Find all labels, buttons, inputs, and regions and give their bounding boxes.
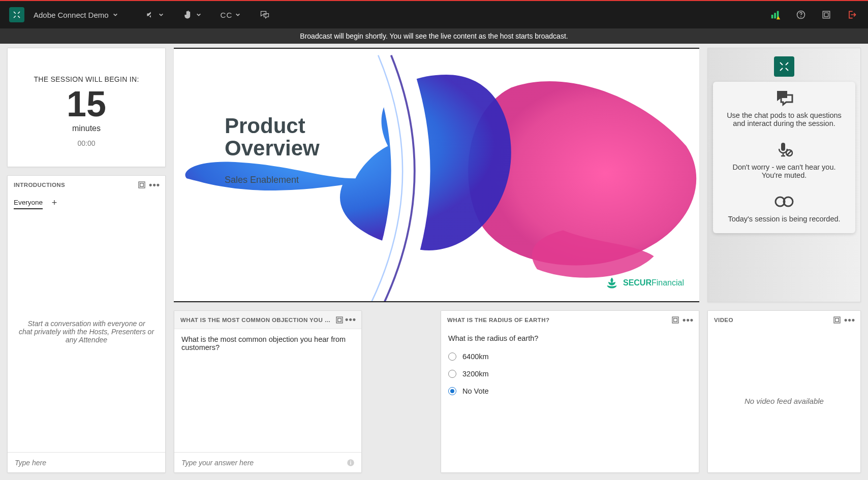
video-pod: VIDEO ••• No video feed available bbox=[707, 310, 861, 473]
svg-rect-1 bbox=[774, 13, 776, 18]
svg-point-4 bbox=[800, 16, 801, 17]
help-button[interactable] bbox=[794, 8, 808, 22]
maximize-icon bbox=[138, 181, 146, 189]
pods-menu-button[interactable] bbox=[253, 5, 277, 25]
chevron-down-icon bbox=[113, 12, 118, 17]
radio-selected-icon bbox=[448, 387, 456, 395]
svg-rect-8 bbox=[140, 183, 144, 187]
chat-icon bbox=[774, 90, 794, 106]
exit-icon bbox=[847, 10, 857, 20]
introductions-title: INTRODUCTIONS bbox=[14, 182, 65, 188]
closed-captions-button[interactable]: CC bbox=[213, 5, 248, 25]
slide-text: Product Overview Sales Enablement bbox=[225, 115, 320, 185]
pod-options-button[interactable]: ••• bbox=[681, 315, 695, 326]
maximize-pod-button[interactable] bbox=[669, 314, 681, 326]
svg-rect-5 bbox=[823, 11, 830, 18]
poll2-option-1[interactable]: 3200km bbox=[448, 370, 692, 378]
maximize-icon bbox=[671, 316, 679, 324]
info-logo bbox=[774, 56, 794, 77]
broadcast-bar: Broadcast will begin shortly. You will s… bbox=[0, 28, 868, 44]
chevron-down-icon bbox=[159, 12, 164, 17]
chat-empty-line1: Start a conversation with everyone or bbox=[16, 319, 157, 328]
connection-status-button[interactable] bbox=[768, 8, 783, 22]
maximize-pod-button[interactable] bbox=[335, 314, 344, 326]
timer-clock: 00:00 bbox=[77, 139, 95, 147]
recording-icon bbox=[774, 194, 794, 210]
maximize-icon bbox=[335, 316, 344, 324]
svg-point-17 bbox=[350, 460, 351, 461]
mic-muted-icon bbox=[774, 142, 794, 158]
info-logo-icon bbox=[778, 60, 790, 73]
svg-rect-16 bbox=[350, 462, 351, 464]
svg-rect-0 bbox=[771, 15, 773, 18]
speaker-mute-button[interactable] bbox=[138, 5, 171, 25]
chevron-down-icon bbox=[196, 12, 201, 17]
chat-empty-state: Start a conversation with everyone or ch… bbox=[8, 211, 165, 452]
poll1-answer-input[interactable] bbox=[180, 458, 342, 467]
pod-options-button[interactable]: ••• bbox=[843, 315, 856, 326]
maximize-pod-button[interactable] bbox=[136, 179, 148, 191]
fullscreen-button[interactable] bbox=[819, 8, 833, 22]
bars-warning-icon bbox=[770, 9, 781, 20]
slide-title-line1: Product bbox=[225, 114, 305, 138]
timer-value: 15 bbox=[67, 86, 106, 122]
speaker-muted-icon bbox=[145, 10, 156, 20]
chevron-down-icon bbox=[235, 12, 240, 17]
info-mute-tip: Don't worry - we can't hear you. You're … bbox=[722, 163, 846, 179]
poll2-question: What is the radius of earth? bbox=[448, 334, 692, 342]
poll2-option-0[interactable]: 6400km bbox=[448, 353, 692, 361]
help-icon bbox=[796, 10, 806, 20]
svg-rect-19 bbox=[674, 318, 677, 322]
poll2-title: WHAT IS THE RADIUS OF EARTH? bbox=[447, 317, 549, 323]
cc-label: CC bbox=[221, 11, 233, 19]
radio-icon bbox=[448, 370, 456, 378]
countdown-pod: THE SESSION WILL BEGIN IN: 15 minutes 00… bbox=[7, 48, 166, 167]
poll1-question: What is the most common objection you he… bbox=[174, 329, 361, 452]
svg-rect-13 bbox=[336, 317, 343, 323]
poll2-option-label: 6400km bbox=[462, 353, 489, 361]
pod-options-button[interactable]: ••• bbox=[344, 314, 357, 325]
brand-rest: Financial bbox=[652, 278, 684, 287]
info-icon[interactable] bbox=[346, 458, 355, 467]
raise-hand-button[interactable] bbox=[176, 5, 208, 25]
pod-options-button[interactable]: ••• bbox=[148, 180, 161, 190]
info-card: Use the chat pods to ask questions and i… bbox=[713, 82, 855, 233]
chat-tab-everyone[interactable]: Everyone bbox=[14, 197, 43, 209]
info-panel: Use the chat pods to ask questions and i… bbox=[707, 48, 861, 302]
info-chat-tip: Use the chat pods to ask questions and i… bbox=[722, 111, 846, 127]
maximize-pod-button[interactable] bbox=[831, 314, 843, 326]
poll2-option-2[interactable]: No Vote bbox=[448, 387, 692, 395]
leaf-icon bbox=[605, 276, 619, 290]
svg-rect-14 bbox=[338, 318, 342, 322]
workspace: THE SESSION WILL BEGIN IN: 15 minutes 00… bbox=[0, 44, 868, 480]
chat-input[interactable] bbox=[14, 458, 159, 467]
chat-bubbles-icon bbox=[260, 10, 270, 20]
svg-rect-18 bbox=[672, 317, 678, 323]
poll2-option-label: No Vote bbox=[462, 387, 489, 395]
chat-tabs: Everyone + bbox=[8, 194, 165, 211]
broadcast-message: Broadcast will begin shortly. You will s… bbox=[300, 32, 568, 40]
poll2-option-label: 3200km bbox=[462, 370, 489, 378]
svg-rect-9 bbox=[781, 143, 785, 151]
slide-subtitle: Sales Enablement bbox=[225, 175, 320, 185]
timer-label: THE SESSION WILL BEGIN IN: bbox=[34, 75, 139, 83]
brand-bold: SECUR bbox=[623, 278, 652, 287]
poll-multiple-choice-pod: WHAT IS THE RADIUS OF EARTH? ••• What is… bbox=[441, 310, 699, 473]
introductions-pod: INTRODUCTIONS ••• Everyone + Start a con… bbox=[7, 175, 166, 473]
info-record-tip: Today's session is being recorded. bbox=[728, 215, 840, 223]
hand-icon bbox=[183, 10, 193, 20]
meeting-title: Adobe Connect Demo bbox=[34, 11, 109, 19]
exit-button[interactable] bbox=[845, 8, 859, 22]
app-logo[interactable] bbox=[9, 7, 24, 22]
app-logo-icon bbox=[12, 10, 21, 19]
poll1-title: WHAT IS THE MOST COMMON OBJECTION YOU HE… bbox=[180, 317, 335, 323]
maximize-icon bbox=[833, 316, 841, 324]
radio-icon bbox=[448, 353, 456, 361]
add-chat-tab-button[interactable]: + bbox=[49, 197, 60, 208]
poll-short-answer-pod: WHAT IS THE MOST COMMON OBJECTION YOU HE… bbox=[174, 310, 362, 473]
video-empty-state: No video feed available bbox=[708, 329, 860, 472]
presentation-slide: Product Overview Sales Enablement SECURF… bbox=[174, 49, 699, 301]
chat-empty-line2: chat privately with the Hosts, Presenter… bbox=[16, 328, 157, 344]
chat-input-row bbox=[8, 452, 165, 472]
meeting-title-menu[interactable]: Adobe Connect Demo bbox=[34, 11, 118, 19]
